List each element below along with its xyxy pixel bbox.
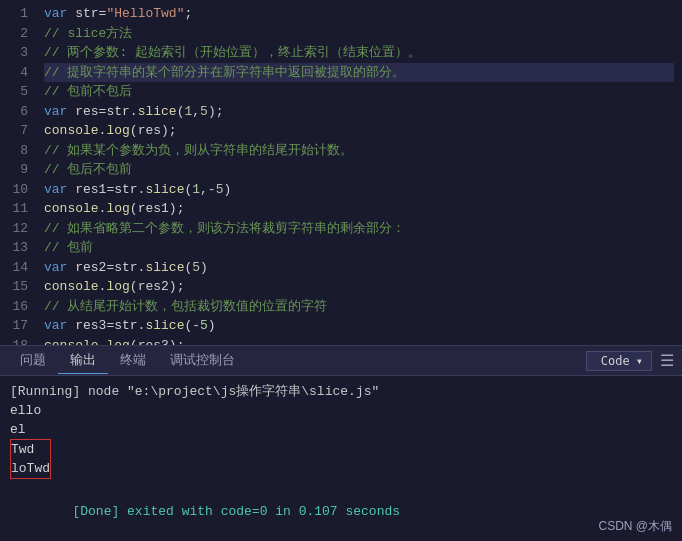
line-number: 6 bbox=[8, 102, 28, 122]
code-line-10: var res1=str.slice(1,-5) bbox=[44, 180, 674, 200]
line-number: 16 bbox=[8, 297, 28, 317]
code-line-12: // 如果省略第二个参数，则该方法将裁剪字符串的剩余部分： bbox=[44, 219, 674, 239]
terminal-command: [Running] node "e:\project\js操作字符串\slice… bbox=[10, 382, 672, 401]
tab-debug-console[interactable]: 调试控制台 bbox=[158, 347, 247, 374]
tab-output[interactable]: 输出 bbox=[58, 347, 108, 374]
code-line-3: // 两个参数: 起始索引（开始位置），终止索引（结束位置）。 bbox=[44, 43, 674, 63]
terminal-tabs: 问题 输出 终端 调试控制台 Code ▾ ☰ bbox=[0, 346, 682, 376]
code-line-2: // slice方法 bbox=[44, 24, 674, 44]
line-number: 13 bbox=[8, 238, 28, 258]
output-ello: ello bbox=[10, 401, 672, 420]
highlighted-output-box: Twd loTwd bbox=[10, 439, 51, 479]
line-number: 5 bbox=[8, 82, 28, 102]
code-line-4: // 提取字符串的某个部分并在新字符串中返回被提取的部分。 bbox=[44, 63, 674, 83]
output-loTwd: loTwd bbox=[11, 459, 50, 478]
dropdown-label: Code bbox=[601, 354, 630, 368]
line-number: 14 bbox=[8, 258, 28, 278]
line-number: 4 bbox=[8, 63, 28, 83]
code-editor: 1 2 3 4 5 6 7 8 9 10 11 12 13 14 15 16 1… bbox=[0, 0, 682, 345]
line-number: 3 bbox=[8, 43, 28, 63]
code-line-5: // 包前不包后 bbox=[44, 82, 674, 102]
line-number: 18 bbox=[8, 336, 28, 346]
code-line-18: console.log(res3); bbox=[44, 336, 674, 346]
done-prefix: [Done] exited with code=0 in 0.107 bbox=[72, 504, 345, 519]
line-number: 8 bbox=[8, 141, 28, 161]
terminal-menu-icon[interactable]: ☰ bbox=[660, 351, 674, 371]
tab-terminal[interactable]: 终端 bbox=[108, 347, 158, 374]
line-number: 2 bbox=[8, 24, 28, 44]
code-line-13: // 包前 bbox=[44, 238, 674, 258]
line-number: 12 bbox=[8, 219, 28, 239]
code-dropdown[interactable]: Code ▾ bbox=[586, 351, 652, 371]
output-el: el bbox=[10, 420, 672, 439]
line-number: 10 bbox=[8, 180, 28, 200]
terminal-done-line: [Done] exited with code=0 in 0.107 secon… bbox=[10, 483, 672, 540]
line-number: 1 bbox=[8, 4, 28, 24]
line-number: 9 bbox=[8, 160, 28, 180]
csdn-brand: CSDN @木偶 bbox=[598, 518, 672, 535]
line-number: 17 bbox=[8, 316, 28, 336]
chevron-down-icon: ▾ bbox=[636, 354, 643, 368]
code-line-16: // 从结尾开始计数，包括裁切数值的位置的字符 bbox=[44, 297, 674, 317]
code-line-15: console.log(res2); bbox=[44, 277, 674, 297]
line-number: 7 bbox=[8, 121, 28, 141]
code-line-14: var res2=str.slice(5) bbox=[44, 258, 674, 278]
tab-problems[interactable]: 问题 bbox=[8, 347, 58, 374]
code-line-11: console.log(res1); bbox=[44, 199, 674, 219]
line-numbers: 1 2 3 4 5 6 7 8 9 10 11 12 13 14 15 16 1… bbox=[0, 0, 36, 345]
code-lines: var str="HelloTwd"; // slice方法 // 两个参数: … bbox=[36, 0, 682, 345]
code-line-8: // 如果某个参数为负，则从字符串的结尾开始计数。 bbox=[44, 141, 674, 161]
line-number: 11 bbox=[8, 199, 28, 219]
code-line-1: var str="HelloTwd"; bbox=[44, 4, 674, 24]
code-line-9: // 包后不包前 bbox=[44, 160, 674, 180]
output-twd: Twd bbox=[11, 440, 50, 459]
code-line-17: var res3=str.slice(-5) bbox=[44, 316, 674, 336]
line-number: 15 bbox=[8, 277, 28, 297]
done-seconds: seconds bbox=[345, 504, 400, 519]
code-line-7: console.log(res); bbox=[44, 121, 674, 141]
code-line-6: var res=str.slice(1,5); bbox=[44, 102, 674, 122]
terminal-panel: 问题 输出 终端 调试控制台 Code ▾ ☰ [Running] node "… bbox=[0, 345, 682, 541]
terminal-output: [Running] node "e:\project\js操作字符串\slice… bbox=[0, 376, 682, 541]
